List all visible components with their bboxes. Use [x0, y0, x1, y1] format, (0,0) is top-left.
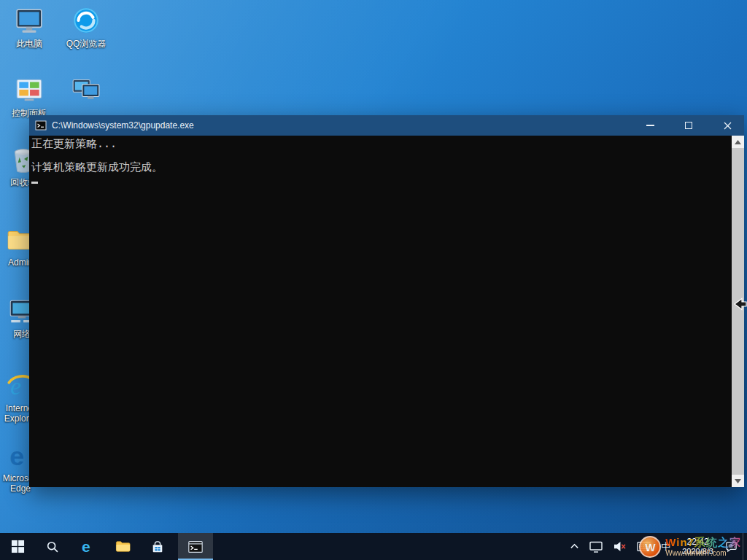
control-panel-icon [14, 75, 44, 106]
store-icon [151, 540, 164, 553]
icon-label: 此电脑 [16, 39, 42, 49]
edge-icon: e [80, 538, 96, 555]
desktop-icon-control-panel[interactable]: 控制面板 [1, 75, 57, 118]
this-pc-icon [14, 6, 44, 36]
console-app-icon [35, 120, 47, 131]
tray-ime-indicator[interactable]: 中 [656, 533, 676, 560]
network-computers-icon [71, 74, 101, 104]
tray-date: 2020/8/3 [682, 547, 713, 556]
show-desktop-strip[interactable] [743, 533, 747, 560]
search-button[interactable] [35, 533, 70, 560]
svg-text:e: e [81, 538, 90, 555]
taskbar: e 中 22:42 2020/8/ [0, 533, 747, 560]
console-window: C:\Windows\system32\gpupdate.exe 正在更新策略.… [29, 115, 744, 487]
taskbar-edge-button[interactable]: e [70, 533, 105, 560]
tray-display-icon[interactable] [584, 533, 608, 560]
tray-volume-muted-icon[interactable] [608, 533, 632, 560]
system-tray: 中 22:42 2020/8/3 [565, 533, 747, 560]
console-titlebar[interactable]: C:\Windows\system32\gpupdate.exe [29, 115, 744, 136]
scroll-down-arrow[interactable] [732, 475, 744, 487]
screen: 此电脑 QQ浏览器 控制面板 回收站 Admin 网络 [0, 0, 747, 560]
console-line: 计算机策略更新成功完成。 [31, 161, 728, 173]
taskbar-file-explorer-button[interactable] [105, 533, 140, 560]
close-button[interactable] [711, 115, 744, 136]
windows-logo-icon [11, 540, 25, 553]
taskbar-console-button-active[interactable] [178, 533, 213, 560]
icon-label: QQ浏览器 [66, 39, 107, 49]
tray-chevron-up-icon[interactable] [565, 533, 584, 560]
scrollbar-thumb[interactable] [732, 148, 744, 475]
console-cursor-line [31, 173, 728, 184]
console-line [31, 149, 728, 161]
console-cursor [31, 182, 38, 184]
minimize-button[interactable] [633, 115, 667, 136]
desktop-icon-network-computers[interactable] [58, 74, 114, 106]
console-scrollbar[interactable] [732, 136, 744, 487]
console-output[interactable]: 正在更新策略... 计算机策略更新成功完成。 [29, 136, 744, 487]
svg-text:e: e [9, 442, 24, 471]
console-line: 正在更新策略... [31, 138, 728, 149]
icon-label: 网络 [13, 329, 31, 339]
desktop-icon-this-pc[interactable]: 此电脑 [1, 6, 57, 49]
desktop-icon-qq-browser[interactable]: QQ浏览器 [58, 6, 114, 49]
console-icon [187, 539, 204, 555]
minimize-icon [646, 125, 654, 126]
close-icon [724, 122, 732, 130]
window-title: C:\Windows\system32\gpupdate.exe [52, 120, 628, 131]
maximize-button[interactable] [672, 115, 705, 136]
maximize-icon [685, 122, 692, 129]
tray-touch-keyboard-icon[interactable] [632, 533, 656, 560]
tray-clock[interactable]: 22:42 2020/8/3 [676, 533, 720, 560]
notification-center-icon[interactable] [720, 533, 743, 560]
tray-time: 22:42 [687, 537, 709, 547]
qq-browser-icon [71, 6, 101, 36]
scroll-up-arrow[interactable] [732, 136, 744, 148]
start-button[interactable] [0, 533, 35, 560]
file-explorer-icon [115, 539, 131, 554]
taskbar-store-button[interactable] [140, 533, 175, 560]
search-icon [46, 540, 59, 553]
